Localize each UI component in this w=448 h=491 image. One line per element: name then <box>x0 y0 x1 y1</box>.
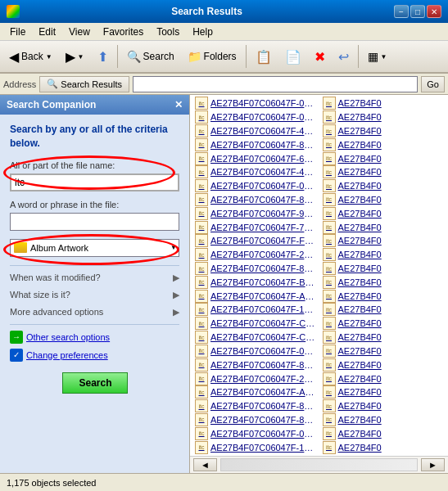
file-icon: itc <box>323 262 336 275</box>
phrase-input[interactable] <box>10 213 179 231</box>
file-item[interactable]: itcAE27B4F0 <box>319 97 447 110</box>
when-modified-option[interactable]: When was it modified? ▶ <box>10 269 179 286</box>
filename-input[interactable] <box>10 173 179 191</box>
file-item[interactable]: itcAE27B4F07C06047F-8CCDE8D23E80C530.itc <box>192 262 319 276</box>
file-item[interactable]: itcAE27B4F0 <box>319 165 447 179</box>
file-item[interactable]: itcAE27B4F0 <box>319 234 447 248</box>
views-dropdown-arrow[interactable]: ▼ <box>381 53 387 61</box>
file-item[interactable]: itcAE27B4F0 <box>319 289 447 303</box>
file-item[interactable]: itcAE27B4F0 <box>319 179 447 193</box>
file-item[interactable]: itcAE27B4F0 <box>319 440 447 454</box>
undo-button[interactable]: ↩ <box>333 43 355 70</box>
delete-button[interactable]: ✖ <box>309 43 331 70</box>
address-field[interactable] <box>133 76 418 92</box>
go-button[interactable]: Go <box>421 76 445 92</box>
file-item[interactable]: itcAE27B4F0 <box>319 124 447 138</box>
file-item[interactable]: itcAE27B4F0 <box>319 385 447 399</box>
file-item[interactable]: itcAE27B4F0 <box>319 358 447 372</box>
file-item[interactable]: itcAE27B4F07C06047F-00A468C3C39B7110.itc <box>192 179 319 193</box>
file-item[interactable]: itcAE27B4F07C06047F-B60D40080F1D2240.itc <box>192 275 319 289</box>
menu-view[interactable]: View <box>62 25 97 39</box>
file-item[interactable]: itcAE27B4F07C06047F-487E175EE75B2C00.itc <box>192 165 319 179</box>
file-item[interactable]: itcAE27B4F0 <box>319 206 447 220</box>
panel-close-button[interactable]: ✕ <box>174 99 183 110</box>
horizontal-scrollbar[interactable] <box>220 458 418 471</box>
menu-tools[interactable]: Tools <box>150 25 186 39</box>
file-item[interactable]: itcAE27B4F07C06047F-8CC0F68F8E2D47C450.i… <box>192 399 319 413</box>
file-item[interactable]: itcAE27B4F0 <box>319 331 447 345</box>
change-prefs-link[interactable]: Change preferences <box>26 350 108 360</box>
file-item[interactable]: itcAE27B4F07C06047F-8CCDE8D23E80C160.itc <box>192 413 319 427</box>
file-item[interactable]: itcAE27B4F07C06047F-1A9F2C1D6CAE9640.itc <box>192 303 319 317</box>
file-item[interactable]: itcAE27B4F07C06047F-211FAD50F69FF830.itc <box>192 248 319 262</box>
menu-file[interactable]: File <box>3 25 32 39</box>
when-modified-arrow: ▶ <box>173 273 179 283</box>
file-item[interactable]: itcAE27B4F0 <box>319 426 447 440</box>
file-item[interactable]: itcAE27B4F0 <box>319 110 447 124</box>
file-item[interactable]: itcAE27B4F07C06047F-240893F2DFC21350.itc <box>192 372 319 385</box>
file-item[interactable]: itcAE27B4F07C06047F-08585598FD22560.itc <box>192 426 319 440</box>
maximize-button[interactable]: □ <box>410 5 425 18</box>
advanced-options[interactable]: More advanced options ▶ <box>10 304 179 321</box>
menu-edit[interactable]: Edit <box>32 25 62 39</box>
search-button[interactable]: Search <box>62 372 128 394</box>
file-item[interactable]: itcAE27B4F07C06047F-A3B26C3106CA5340.itc <box>192 289 319 303</box>
folder-dropdown[interactable]: Album Artwork ▼ <box>10 239 179 257</box>
back-dropdown-arrow[interactable]: ▼ <box>46 53 52 61</box>
move-to-button[interactable]: 📋 <box>250 43 278 70</box>
file-item[interactable]: itcAE27B4F07C06047F-76B6EA2110866C10.itc <box>192 220 319 234</box>
up-button[interactable]: ⬆ <box>92 43 114 70</box>
file-item[interactable]: itcAE27B4F0 <box>319 193 447 207</box>
file-item[interactable]: itcAE27B4F0 <box>319 399 447 413</box>
copy-to-button[interactable]: 📄 <box>279 43 307 70</box>
file-item[interactable]: itcAE27B4F0 <box>319 220 447 234</box>
file-item[interactable]: itcAE27B4F07C06047F-9F70E0AE5BC7D810.itc <box>192 206 319 220</box>
tab-icon: 🔍 <box>47 79 58 89</box>
file-item[interactable]: itcAE27B4F07C06047F-A3B26C3106CA5350.itc <box>192 385 319 399</box>
folders-button[interactable]: 📁 Folders <box>182 43 242 70</box>
file-item[interactable]: itcAE27B4F07C06047F-C8BCE0FAF39FAF40.itc <box>192 331 319 345</box>
panel-title: Search Companion <box>7 99 96 110</box>
file-item[interactable]: itcAE27B4F0 <box>319 262 447 276</box>
close-button[interactable]: ✕ <box>427 5 441 18</box>
file-icon: itc <box>195 372 208 385</box>
minimize-button[interactable]: − <box>394 5 409 18</box>
what-size-arrow: ▶ <box>173 290 179 300</box>
menu-help[interactable]: Help <box>186 25 219 39</box>
file-item[interactable]: itcAE27B4F0 <box>319 372 447 385</box>
file-item[interactable]: itcAE27B4F0 <box>319 303 447 317</box>
forward-button[interactable]: ▶ ▼ <box>60 43 90 70</box>
file-item[interactable]: itcAE27B4F07C06047F-C45FAF315031AB40.itc <box>192 317 319 331</box>
other-search-link-row[interactable]: → Other search options <box>10 328 179 346</box>
file-item[interactable]: itcAE27B4F07C06047F-8CCDE8D23E80C250.itc <box>192 358 319 372</box>
file-item[interactable]: itcAE27B4F0 <box>319 137 447 151</box>
file-item[interactable]: itcAE27B4F0 <box>319 248 447 262</box>
file-item[interactable]: itcAE27B4F07C06047F-0DDCA65A3D594050.itc <box>192 345 319 358</box>
file-item[interactable]: itcAE27B4F0 <box>319 151 447 165</box>
address-tab[interactable]: 🔍 Search Results <box>39 76 129 92</box>
menu-favorites[interactable]: Favorites <box>97 25 150 39</box>
file-item[interactable]: itcAE27B4F07C06047F-034A6D3115584100.itc <box>192 110 319 124</box>
change-prefs-link-row[interactable]: ✓ Change preferences <box>10 346 179 364</box>
file-item[interactable]: itcAE27B4F07C06047F-F32E41B5F046A730.itc <box>192 234 319 248</box>
file-icon: itc <box>195 385 208 399</box>
forward-dropdown-arrow[interactable]: ▼ <box>78 53 84 61</box>
file-item[interactable]: itcAE27B4F07C06047F-81F6E4564B707510.itc <box>192 137 319 151</box>
file-item[interactable]: itcAE27B4F07C06047F-4A31BD4E492FD100.itc <box>192 124 319 138</box>
views-button[interactable]: ▦ ▼ <box>362 43 393 70</box>
file-item[interactable]: itcAE27B4F07C06047F-81F6E4564B707510.itc <box>192 193 319 207</box>
file-item[interactable]: itcAE27B4F0 <box>319 317 447 331</box>
what-size-option[interactable]: What size is it? ▶ <box>10 286 179 304</box>
file-item[interactable]: itcAE27B4F07C06047F-602A8A5D38CCA600.itc <box>192 151 319 165</box>
other-search-link[interactable]: Other search options <box>26 332 110 342</box>
file-item[interactable]: itcAE27B4F0 <box>319 275 447 289</box>
file-item[interactable]: itcAE27B4F0 <box>319 345 447 358</box>
file-item[interactable]: itcAE27B4F07C06047F-00A468C3C39B7100.itc <box>192 97 319 110</box>
scroll-left-button[interactable]: ◄ <box>193 458 217 471</box>
file-item[interactable]: itcAE27B4F07C06047F-132D2899D3939560.itc <box>192 440 319 454</box>
file-icon: itc <box>323 165 336 178</box>
search-button[interactable]: 🔍 Search <box>121 43 180 70</box>
file-item[interactable]: itcAE27B4F0 <box>319 413 447 427</box>
back-button[interactable]: ◀ Back ▼ <box>3 43 58 70</box>
scroll-right-button[interactable]: ► <box>421 458 445 471</box>
